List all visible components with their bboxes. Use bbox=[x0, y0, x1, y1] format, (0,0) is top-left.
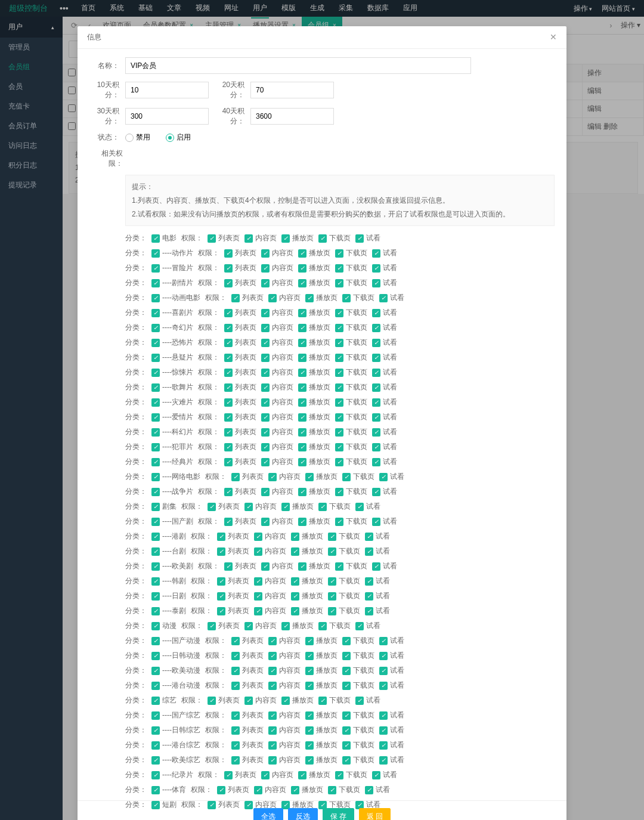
points10-input[interactable] bbox=[125, 82, 209, 98]
status-enable-radio[interactable]: 启用 bbox=[166, 132, 191, 143]
close-icon[interactable]: ✕ bbox=[550, 32, 557, 42]
points20-input[interactable] bbox=[250, 82, 334, 98]
status-disable-radio[interactable]: 禁用 bbox=[125, 132, 150, 143]
points40-input[interactable] bbox=[250, 108, 334, 125]
name-label: 名称： bbox=[89, 61, 119, 71]
modal-title: 信息 bbox=[87, 32, 101, 42]
perm-tip: 提示： 1.列表页、内容页、播放页、下载页4个权限，控制是否可以进入页面，没权限… bbox=[125, 175, 555, 200]
modal-header: 信息 ✕ bbox=[78, 26, 566, 49]
name-input[interactable] bbox=[125, 57, 471, 74]
points30-input[interactable] bbox=[125, 108, 209, 125]
modal: 信息 ✕ 名称： 10天积分： 20天积分： 30天积分： 40天积分： 状态：… bbox=[78, 26, 566, 200]
